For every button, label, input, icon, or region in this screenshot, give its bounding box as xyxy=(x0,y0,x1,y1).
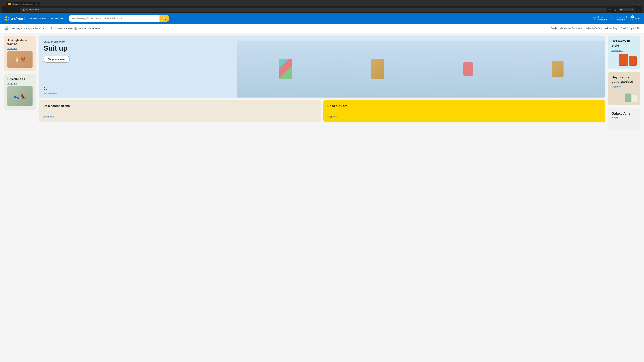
departments-nav[interactable]: ⊞ Departments xyxy=(28,16,48,21)
heart-icon: ♡ xyxy=(593,16,596,20)
left-column: Just right decor from $7 Shop now 🕯️🏺 Or… xyxy=(4,35,36,130)
sub-nav-valentines[interactable]: Valentine's Day xyxy=(586,27,602,30)
account-action[interactable]: 👤 Hi, Lauren D Account xyxy=(610,16,627,21)
planner-promo-card[interactable]: Hey planner, get organized Shop now xyxy=(608,72,640,105)
services-nav[interactable]: ⊞ Services xyxy=(49,16,65,21)
walmart-logo[interactable]: walmart xyxy=(4,16,25,21)
reorder-label: Reorder xyxy=(598,16,608,18)
my-items-label: My Items xyxy=(598,18,608,21)
services-label: Services xyxy=(54,17,63,20)
travel-promo-card[interactable]: Get away in style Shop travel xyxy=(608,35,640,69)
window-maximize-button[interactable]: □ xyxy=(632,2,635,6)
address-label: 47 West 13th Street xyxy=(54,27,73,30)
cart-action[interactable]: 🛒 0 $0.00 xyxy=(630,16,640,20)
sub-nav-grocery[interactable]: Grocery & Essentials xyxy=(560,27,582,30)
location-info[interactable]: 📍 47 West 13th Street 🏠 Secaucus Superce… xyxy=(50,27,100,30)
svg-point-3 xyxy=(7,18,9,20)
decor-promo-title: Just right decor from $7 xyxy=(8,39,32,46)
svg-point-5 xyxy=(4,18,6,20)
planner-title: Hey planner, get organized xyxy=(612,75,636,84)
hero-image-area xyxy=(237,35,606,97)
organize-image: 👟👠 xyxy=(8,86,32,106)
decor-image: 🕯️🏺 xyxy=(8,51,32,68)
delivery-caret-icon: ▾ xyxy=(43,27,44,29)
shop-travel-link[interactable]: Shop travel xyxy=(612,49,636,52)
menu-icon[interactable]: ⋮ xyxy=(636,7,641,12)
sub-nav-cold[interactable]: Cold, Cough & Flu xyxy=(621,27,640,30)
window-minimize-button[interactable]: ─ xyxy=(627,2,630,6)
logo-text: walmart xyxy=(11,16,25,21)
galaxy-promo-card[interactable]: Galaxy AI is here xyxy=(608,108,640,130)
split-view-icon[interactable]: ⧉ xyxy=(614,7,617,12)
tab-close-icon[interactable]: ✕ xyxy=(36,3,38,5)
header-search-bar[interactable]: 🔍 xyxy=(68,15,169,22)
sub-header-divider: | xyxy=(46,27,48,30)
sale-title: Up to 40% off xyxy=(327,104,602,108)
svg-point-6 xyxy=(4,17,6,18)
brand-logo: NOBONO BOUNDARIES xyxy=(44,86,57,94)
planner-display xyxy=(612,93,636,102)
cart-price: $0.00 xyxy=(634,17,640,20)
right-column: Get away in style Shop travel Hey planne… xyxy=(608,35,640,130)
decor-promo-card[interactable]: Just right decor from $7 Shop now 🕯️🏺 xyxy=(4,35,36,71)
tab-title: Walmart has deals on the most... xyxy=(12,3,35,5)
svg-point-1 xyxy=(6,16,7,18)
search-button[interactable]: 🔍 xyxy=(160,15,169,22)
location-pin-icon: 📍 xyxy=(50,27,53,30)
shop-now-planner-link[interactable]: Shop now xyxy=(612,85,636,88)
organize-promo-title: Organize it all xyxy=(8,77,32,81)
account-icon: 👤 xyxy=(610,16,614,20)
reorder-action[interactable]: ♡ Reorder My Items xyxy=(593,16,608,21)
incognito-label: Incognito (3) xyxy=(623,9,633,11)
bookmark-icon[interactable]: ☆ xyxy=(608,7,612,12)
store-label: Secaucus Supercenter xyxy=(78,27,100,30)
departments-label: Departments xyxy=(33,17,46,20)
suitcase-display xyxy=(612,54,636,66)
services-grid-icon: ⊞ xyxy=(51,17,53,20)
serene-scene-card[interactable]: Set a serene scene Shop home xyxy=(38,100,321,122)
reload-button[interactable]: ↺ xyxy=(15,8,19,12)
tab-group-arrow[interactable]: ▾ xyxy=(3,2,6,6)
spark-icon xyxy=(4,16,10,21)
incognito-badge[interactable]: 🕵 Incognito (3) xyxy=(618,8,635,11)
travel-title: Get away in style xyxy=(612,39,636,48)
active-tab[interactable]: W Walmart has deals on the most... ✕ xyxy=(6,2,40,6)
decor-shop-now-link[interactable]: Shop now xyxy=(8,47,17,50)
delivery-text: How do you want your items? xyxy=(11,27,42,30)
lock-icon: 🔒 xyxy=(22,8,25,11)
bottom-banners: Set a serene scene Shop home Up to 40% o… xyxy=(38,100,606,122)
svg-point-2 xyxy=(7,17,9,18)
svg-point-4 xyxy=(6,19,7,21)
new-tab-button[interactable]: + xyxy=(40,2,44,6)
shop-swimwear-button[interactable]: Shop swimwear xyxy=(44,56,70,63)
sub-nav-deals[interactable]: Deals xyxy=(551,27,557,30)
hero-banner[interactable]: Vacay on your mind? Suit up Shop swimwea… xyxy=(38,35,606,97)
serene-title: Set a serene scene xyxy=(42,104,317,108)
account-label: Account xyxy=(616,18,627,21)
sale-card[interactable]: Up to 40% off Shop now xyxy=(323,100,606,122)
shop-now-sale-link[interactable]: Shop now xyxy=(327,115,602,118)
address-text: walmart.com xyxy=(26,8,39,11)
store-icon: 🏠 xyxy=(74,27,77,30)
delivery-selector[interactable]: 🚚 How do you want your items? ▾ xyxy=(4,26,44,31)
forward-button[interactable]: → xyxy=(9,8,14,12)
address-bar[interactable]: 🔒 walmart.com xyxy=(20,7,607,12)
organize-promo-card[interactable]: Organize it all Shop now 👟👠 xyxy=(4,74,36,110)
tab-favicon: W xyxy=(8,3,11,5)
departments-grid-icon: ⊞ xyxy=(30,17,32,20)
galaxy-title: Galaxy AI is here xyxy=(612,111,636,120)
organize-shop-now-link[interactable]: Shop now xyxy=(8,82,17,85)
hero-title: Suit up xyxy=(44,44,70,52)
search-input[interactable] xyxy=(68,15,160,21)
account-greeting: Hi, Lauren D xyxy=(616,16,627,18)
shop-home-link[interactable]: Shop home xyxy=(42,115,317,118)
back-button[interactable]: ← xyxy=(3,8,8,12)
hero-subtitle: Vacay on your mind? xyxy=(44,40,70,43)
center-column: Vacay on your mind? Suit up Shop swimwea… xyxy=(38,35,606,130)
delivery-icon: 🚚 xyxy=(4,26,10,31)
window-close-button[interactable]: ✕ xyxy=(636,2,641,6)
sub-nav-winter[interactable]: Winter Prep xyxy=(605,27,618,30)
